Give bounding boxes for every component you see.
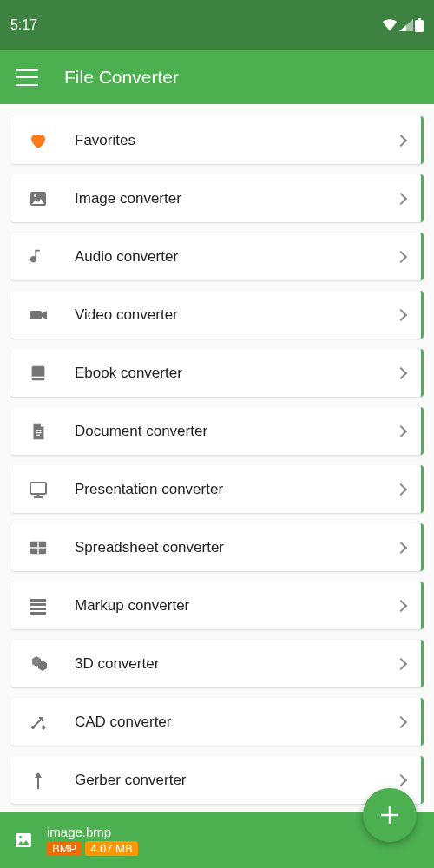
gerber-icon bbox=[26, 768, 50, 792]
spreadsheet-icon bbox=[26, 536, 50, 560]
3d-icon bbox=[26, 652, 50, 676]
category-label: Ebook converter bbox=[75, 365, 397, 382]
status-icons bbox=[382, 18, 424, 32]
chevron-right-icon bbox=[395, 250, 407, 262]
category-label: Gerber converter bbox=[75, 772, 397, 789]
category-card[interactable]: 3D converter bbox=[10, 640, 424, 687]
category-label: Favorites bbox=[75, 132, 397, 149]
svg-rect-24 bbox=[381, 814, 398, 816]
document-icon bbox=[26, 419, 50, 444]
markup-icon bbox=[26, 594, 50, 618]
svg-rect-19 bbox=[30, 612, 46, 615]
chevron-right-icon bbox=[395, 424, 407, 437]
category-label: CAD converter bbox=[75, 713, 397, 731]
battery-icon bbox=[415, 18, 424, 32]
svg-rect-12 bbox=[34, 496, 43, 498]
category-card[interactable]: Markup converter bbox=[10, 582, 424, 629]
file-info: image.bmp BMP 4.07 MB bbox=[47, 825, 138, 856]
svg-rect-4 bbox=[30, 311, 42, 319]
plus-icon bbox=[378, 804, 401, 826]
add-fab[interactable] bbox=[363, 788, 417, 842]
app-title: File Converter bbox=[64, 67, 179, 88]
category-card[interactable]: Image converter bbox=[10, 174, 424, 222]
chevron-right-icon bbox=[395, 366, 407, 378]
image-icon bbox=[26, 187, 50, 211]
category-label: Audio converter bbox=[75, 248, 397, 266]
chevron-right-icon bbox=[395, 134, 407, 146]
category-card[interactable]: Spreadsheet converter bbox=[10, 523, 424, 571]
status-bar: 5:17 bbox=[0, 0, 434, 50]
svg-rect-1 bbox=[418, 18, 421, 21]
cell-icon bbox=[399, 19, 413, 31]
chevron-right-icon bbox=[395, 483, 407, 495]
chevron-right-icon bbox=[395, 599, 407, 611]
audio-icon bbox=[26, 245, 50, 269]
category-card[interactable]: Presentation converter bbox=[10, 465, 424, 513]
category-label: Video converter bbox=[75, 306, 397, 324]
status-time: 5:17 bbox=[10, 17, 37, 33]
svg-rect-18 bbox=[30, 608, 46, 610]
chevron-right-icon bbox=[395, 657, 407, 669]
svg-point-22 bbox=[19, 836, 22, 838]
category-card[interactable]: Ebook converter bbox=[10, 349, 424, 397]
category-label: Presentation converter bbox=[75, 481, 397, 498]
chevron-right-icon bbox=[395, 192, 407, 204]
presentation-icon bbox=[26, 477, 50, 502]
category-label: Image converter bbox=[75, 190, 397, 207]
svg-rect-17 bbox=[30, 603, 46, 606]
category-list: FavoritesImage converterAudio converterV… bbox=[0, 104, 434, 812]
chevron-right-icon bbox=[395, 715, 407, 727]
svg-rect-5 bbox=[32, 365, 45, 380]
category-card[interactable]: CAD converter bbox=[10, 698, 424, 746]
chevron-right-icon bbox=[395, 308, 407, 320]
file-name: image.bmp bbox=[47, 825, 138, 839]
category-label: 3D converter bbox=[75, 655, 397, 673]
svg-rect-7 bbox=[36, 430, 41, 431]
category-card[interactable]: Document converter bbox=[10, 407, 424, 455]
category-label: Markup converter bbox=[75, 597, 397, 615]
menu-button[interactable] bbox=[16, 69, 38, 86]
category-card[interactable]: Audio converter bbox=[10, 233, 424, 280]
file-size-badge: 4.07 MB bbox=[85, 841, 137, 856]
svg-rect-10 bbox=[30, 483, 46, 494]
image-icon bbox=[12, 829, 35, 852]
chevron-right-icon bbox=[395, 773, 407, 786]
heart-icon bbox=[26, 128, 50, 153]
category-card[interactable]: Video converter bbox=[10, 291, 424, 339]
category-label: Document converter bbox=[75, 423, 397, 440]
chevron-right-icon bbox=[395, 541, 407, 553]
svg-rect-0 bbox=[415, 20, 424, 32]
svg-rect-16 bbox=[30, 599, 46, 602]
cad-icon bbox=[26, 710, 50, 734]
svg-rect-9 bbox=[36, 434, 40, 435]
category-label: Spreadsheet converter bbox=[75, 539, 397, 556]
video-icon bbox=[26, 303, 50, 327]
svg-point-3 bbox=[34, 194, 36, 197]
wifi-icon bbox=[382, 19, 398, 31]
ebook-icon bbox=[26, 361, 50, 385]
app-bar: File Converter bbox=[0, 50, 434, 104]
file-format-badge: BMP bbox=[47, 841, 82, 856]
category-card[interactable]: Favorites bbox=[10, 116, 424, 164]
svg-rect-6 bbox=[32, 376, 45, 378]
category-card[interactable]: Gerber converter bbox=[10, 756, 424, 804]
svg-rect-8 bbox=[36, 431, 41, 432]
